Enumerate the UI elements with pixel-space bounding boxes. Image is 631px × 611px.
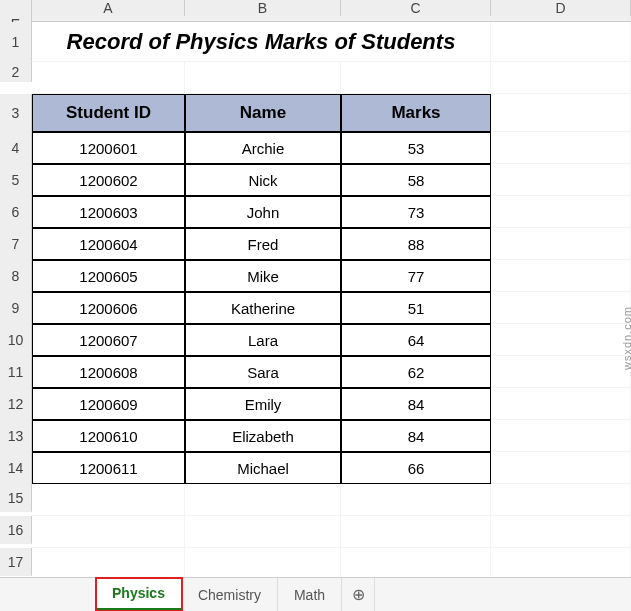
cell-id[interactable]: 1200609: [32, 388, 185, 420]
cell[interactable]: [491, 484, 631, 516]
row-header-15[interactable]: 15: [0, 484, 32, 512]
col-header-D[interactable]: D: [491, 0, 631, 16]
cell-marks[interactable]: 84: [341, 420, 491, 452]
cell-name[interactable]: John: [185, 196, 341, 228]
cell[interactable]: [32, 548, 185, 580]
row-header-17[interactable]: 17: [0, 548, 32, 576]
cell[interactable]: [185, 548, 341, 580]
row-header-3[interactable]: 3: [0, 94, 32, 132]
cell-marks[interactable]: 58: [341, 164, 491, 196]
row-header-1[interactable]: 1: [0, 22, 32, 62]
cell-id[interactable]: 1200610: [32, 420, 185, 452]
cell[interactable]: [491, 62, 631, 94]
row-header-13[interactable]: 13: [0, 420, 32, 452]
sheet-tab-physics[interactable]: Physics: [96, 578, 182, 611]
row-header-6[interactable]: 6: [0, 196, 32, 228]
cell[interactable]: [491, 516, 631, 548]
cell[interactable]: [491, 356, 631, 388]
cell[interactable]: [341, 516, 491, 548]
row-header-14[interactable]: 14: [0, 452, 32, 484]
cell-marks[interactable]: 77: [341, 260, 491, 292]
col-header-B[interactable]: B: [185, 0, 341, 16]
cell-marks[interactable]: 84: [341, 388, 491, 420]
cell-id[interactable]: 1200608: [32, 356, 185, 388]
cell-marks[interactable]: 51: [341, 292, 491, 324]
cell[interactable]: [32, 62, 185, 94]
cell[interactable]: [491, 260, 631, 292]
table-header-id[interactable]: Student ID: [32, 94, 185, 132]
watermark: wsxdn.com: [621, 306, 631, 370]
cell-marks[interactable]: 66: [341, 452, 491, 484]
cell[interactable]: [185, 62, 341, 94]
row-header-16[interactable]: 16: [0, 516, 32, 544]
cell-id[interactable]: 1200606: [32, 292, 185, 324]
cell-name[interactable]: Elizabeth: [185, 420, 341, 452]
cell[interactable]: [491, 548, 631, 580]
cell[interactable]: [491, 452, 631, 484]
row-header-7[interactable]: 7: [0, 228, 32, 260]
cell-id[interactable]: 1200602: [32, 164, 185, 196]
cell-marks[interactable]: 53: [341, 132, 491, 164]
cell-id[interactable]: 1200607: [32, 324, 185, 356]
column-headers: A B C D E: [0, 0, 631, 22]
cell-marks[interactable]: 62: [341, 356, 491, 388]
row-header-12[interactable]: 12: [0, 388, 32, 420]
cell[interactable]: [491, 94, 631, 132]
plus-icon: ⊕: [352, 585, 365, 604]
row-header-11[interactable]: 11: [0, 356, 32, 388]
cell[interactable]: [491, 164, 631, 196]
cell[interactable]: [491, 228, 631, 260]
cell[interactable]: [491, 324, 631, 356]
cell-name[interactable]: Lara: [185, 324, 341, 356]
cell-name[interactable]: Fred: [185, 228, 341, 260]
sheet-tab-chemistry[interactable]: Chemistry: [182, 578, 278, 611]
cell[interactable]: [341, 548, 491, 580]
col-header-A[interactable]: A: [32, 0, 185, 16]
cell-name[interactable]: Mike: [185, 260, 341, 292]
cell[interactable]: [185, 484, 341, 516]
cell-marks[interactable]: 73: [341, 196, 491, 228]
cell[interactable]: [341, 62, 491, 94]
row-header-9[interactable]: 9: [0, 292, 32, 324]
cell-id[interactable]: 1200603: [32, 196, 185, 228]
cell-marks[interactable]: 88: [341, 228, 491, 260]
sheet-tab-bar: Physics Chemistry Math ⊕: [0, 577, 631, 611]
cell[interactable]: [32, 484, 185, 516]
row-header-8[interactable]: 8: [0, 260, 32, 292]
cell-name[interactable]: Katherine: [185, 292, 341, 324]
row-header-2[interactable]: 2: [0, 62, 32, 82]
cell[interactable]: [491, 388, 631, 420]
row-header-4[interactable]: 4: [0, 132, 32, 164]
cell[interactable]: [185, 516, 341, 548]
table-header-marks[interactable]: Marks: [341, 94, 491, 132]
cell-id[interactable]: 1200604: [32, 228, 185, 260]
spreadsheet-grid: 1 Record of Physics Marks of Students 2 …: [0, 22, 631, 580]
col-header-C[interactable]: C: [341, 0, 491, 16]
row-header-5[interactable]: 5: [0, 164, 32, 196]
cell-name[interactable]: Archie: [185, 132, 341, 164]
cell-name[interactable]: Emily: [185, 388, 341, 420]
cell[interactable]: [491, 196, 631, 228]
row-header-10[interactable]: 10: [0, 324, 32, 356]
cell-id[interactable]: 1200605: [32, 260, 185, 292]
cell[interactable]: [491, 132, 631, 164]
cell-name[interactable]: Michael: [185, 452, 341, 484]
cell[interactable]: [32, 516, 185, 548]
select-all-corner[interactable]: [0, 0, 32, 16]
cell-id[interactable]: 1200611: [32, 452, 185, 484]
add-sheet-button[interactable]: ⊕: [342, 578, 375, 611]
sheet-tab-math[interactable]: Math: [278, 578, 342, 611]
table-header-name[interactable]: Name: [185, 94, 341, 132]
cell-name[interactable]: Sara: [185, 356, 341, 388]
cell[interactable]: [341, 484, 491, 516]
cell-name[interactable]: Nick: [185, 164, 341, 196]
cell-id[interactable]: 1200601: [32, 132, 185, 164]
page-title: Record of Physics Marks of Students: [32, 22, 491, 62]
cell[interactable]: [491, 22, 631, 62]
cell-marks[interactable]: 64: [341, 324, 491, 356]
cell[interactable]: [491, 420, 631, 452]
cell[interactable]: [491, 292, 631, 324]
